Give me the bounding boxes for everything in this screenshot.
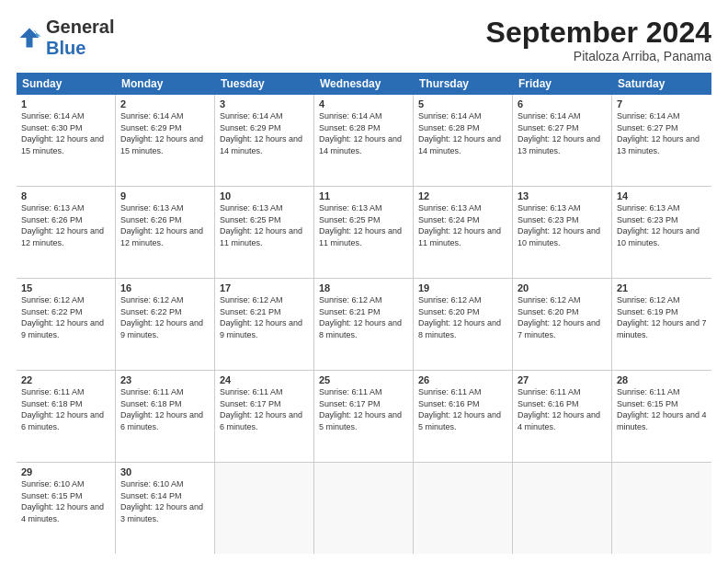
day-number: 1 [21, 98, 110, 109]
sunrise-label: Sunrise: 6:13 AM [21, 203, 85, 213]
daylight-label: Daylight: 12 hours and 5 minutes. [319, 410, 402, 431]
day-cell-8: 8 Sunrise: 6:13 AM Sunset: 6:26 PM Dayli… [17, 187, 116, 278]
daylight-label: Daylight: 12 hours and 11 minutes. [418, 226, 501, 247]
day-cell-7: 7 Sunrise: 6:14 AM Sunset: 6:27 PM Dayli… [612, 95, 711, 186]
location-subtitle: Pitaloza Arriba, Panama [486, 49, 711, 63]
day-number: 7 [617, 98, 707, 109]
sunset-label: Sunset: 6:23 PM [617, 215, 678, 224]
sunset-label: Sunset: 6:26 PM [120, 215, 182, 224]
day-cell-2: 2 Sunrise: 6:14 AM Sunset: 6:29 PM Dayli… [116, 95, 215, 186]
day-number: 28 [617, 374, 707, 385]
day-number: 14 [617, 190, 707, 201]
sunrise-label: Sunrise: 6:10 AM [21, 479, 85, 488]
day-cell-19: 19 Sunrise: 6:12 AM Sunset: 6:20 PM Dayl… [414, 279, 513, 370]
sunset-label: Sunset: 6:22 PM [120, 307, 182, 316]
daylight-label: Daylight: 12 hours and 9 minutes. [120, 318, 203, 339]
empty-cell [612, 463, 711, 554]
sunrise-label: Sunrise: 6:12 AM [120, 295, 184, 304]
day-info: Sunrise: 6:13 AM Sunset: 6:23 PM Dayligh… [518, 202, 607, 248]
day-info: Sunrise: 6:11 AM Sunset: 6:18 PM Dayligh… [120, 386, 210, 432]
day-info: Sunrise: 6:13 AM Sunset: 6:25 PM Dayligh… [220, 202, 309, 248]
daylight-label: Daylight: 12 hours and 9 minutes. [21, 318, 104, 339]
day-info: Sunrise: 6:12 AM Sunset: 6:22 PM Dayligh… [120, 294, 210, 340]
day-header-thursday: Thursday [414, 73, 513, 95]
sunset-label: Sunset: 6:30 PM [21, 123, 83, 132]
day-info: Sunrise: 6:14 AM Sunset: 6:29 PM Dayligh… [120, 110, 210, 156]
day-info: Sunrise: 6:14 AM Sunset: 6:27 PM Dayligh… [518, 110, 607, 156]
day-number: 12 [418, 190, 507, 201]
daylight-label: Daylight: 12 hours and 14 minutes. [319, 134, 402, 155]
daylight-label: Daylight: 12 hours and 12 minutes. [120, 226, 203, 247]
sunset-label: Sunset: 6:20 PM [518, 307, 579, 316]
daylight-label: Daylight: 12 hours and 7 minutes. [518, 318, 600, 339]
day-header-wednesday: Wednesday [314, 73, 414, 95]
day-number: 13 [518, 190, 607, 201]
sunset-label: Sunset: 6:28 PM [418, 123, 480, 132]
daylight-label: Daylight: 12 hours and 15 minutes. [120, 134, 203, 155]
sunrise-label: Sunrise: 6:14 AM [319, 111, 382, 121]
sunrise-label: Sunrise: 6:11 AM [21, 387, 85, 396]
day-number: 22 [21, 374, 110, 385]
day-number: 18 [319, 282, 408, 293]
sunset-label: Sunset: 6:22 PM [21, 307, 83, 316]
page: General Blue September 2024 Pitaloza Arr… [0, 0, 728, 563]
sunset-label: Sunset: 6:15 PM [617, 399, 678, 408]
svg-marker-0 [20, 29, 40, 48]
day-cell-25: 25 Sunrise: 6:11 AM Sunset: 6:17 PM Dayl… [314, 371, 414, 462]
sunset-label: Sunset: 6:27 PM [617, 123, 678, 132]
day-cell-9: 9 Sunrise: 6:13 AM Sunset: 6:26 PM Dayli… [116, 187, 215, 278]
day-header-saturday: Saturday [612, 73, 711, 95]
month-title: September 2024 [486, 17, 711, 49]
sunset-label: Sunset: 6:14 PM [120, 491, 182, 500]
sunrise-label: Sunrise: 6:11 AM [220, 387, 283, 396]
day-cell-30: 30 Sunrise: 6:10 AM Sunset: 6:14 PM Dayl… [116, 463, 215, 554]
logo-icon [17, 25, 42, 51]
day-cell-27: 27 Sunrise: 6:11 AM Sunset: 6:16 PM Dayl… [513, 371, 612, 462]
sunrise-label: Sunrise: 6:12 AM [418, 295, 482, 304]
day-info: Sunrise: 6:10 AM Sunset: 6:15 PM Dayligh… [21, 478, 110, 524]
daylight-label: Daylight: 12 hours and 7 minutes. [617, 318, 707, 339]
day-cell-21: 21 Sunrise: 6:12 AM Sunset: 6:19 PM Dayl… [612, 279, 711, 370]
sunset-label: Sunset: 6:21 PM [319, 307, 381, 316]
sunset-label: Sunset: 6:29 PM [220, 123, 281, 132]
logo: General Blue [17, 17, 114, 59]
day-info: Sunrise: 6:12 AM Sunset: 6:21 PM Dayligh… [319, 294, 408, 340]
day-cell-6: 6 Sunrise: 6:14 AM Sunset: 6:27 PM Dayli… [513, 95, 612, 186]
day-number: 17 [220, 282, 309, 293]
sunrise-label: Sunrise: 6:12 AM [21, 295, 85, 304]
daylight-label: Daylight: 12 hours and 4 minutes. [518, 410, 600, 431]
day-number: 19 [418, 282, 507, 293]
daylight-label: Daylight: 12 hours and 8 minutes. [418, 318, 501, 339]
sunrise-label: Sunrise: 6:11 AM [518, 387, 581, 396]
day-info: Sunrise: 6:14 AM Sunset: 6:28 PM Dayligh… [418, 110, 507, 156]
daylight-label: Daylight: 12 hours and 10 minutes. [617, 226, 700, 247]
empty-cell [215, 463, 314, 554]
day-cell-24: 24 Sunrise: 6:11 AM Sunset: 6:17 PM Dayl… [215, 371, 314, 462]
sunset-label: Sunset: 6:15 PM [21, 491, 83, 500]
day-number: 25 [319, 374, 408, 385]
calendar-week-5: 29 Sunrise: 6:10 AM Sunset: 6:15 PM Dayl… [17, 463, 711, 554]
day-cell-4: 4 Sunrise: 6:14 AM Sunset: 6:28 PM Dayli… [314, 95, 414, 186]
empty-cell [314, 463, 414, 554]
day-cell-13: 13 Sunrise: 6:13 AM Sunset: 6:23 PM Dayl… [513, 187, 612, 278]
sunrise-label: Sunrise: 6:14 AM [418, 111, 482, 121]
sunset-label: Sunset: 6:28 PM [319, 123, 381, 132]
day-number: 2 [120, 98, 210, 109]
sunset-label: Sunset: 6:18 PM [21, 399, 83, 408]
daylight-label: Daylight: 12 hours and 13 minutes. [518, 134, 600, 155]
sunset-label: Sunset: 6:18 PM [120, 399, 182, 408]
sunset-label: Sunset: 6:19 PM [617, 307, 678, 316]
title-block: September 2024 Pitaloza Arriba, Panama [486, 17, 711, 63]
daylight-label: Daylight: 12 hours and 6 minutes. [21, 410, 104, 431]
sunrise-label: Sunrise: 6:14 AM [617, 111, 680, 121]
day-header-tuesday: Tuesday [215, 73, 314, 95]
day-number: 11 [319, 190, 408, 201]
day-number: 21 [617, 282, 707, 293]
sunrise-label: Sunrise: 6:13 AM [518, 203, 581, 213]
day-cell-18: 18 Sunrise: 6:12 AM Sunset: 6:21 PM Dayl… [314, 279, 414, 370]
day-info: Sunrise: 6:12 AM Sunset: 6:20 PM Dayligh… [518, 294, 607, 340]
day-cell-16: 16 Sunrise: 6:12 AM Sunset: 6:22 PM Dayl… [116, 279, 215, 370]
day-number: 20 [518, 282, 607, 293]
sunset-label: Sunset: 6:24 PM [418, 215, 480, 224]
logo-text: General Blue [46, 17, 114, 59]
